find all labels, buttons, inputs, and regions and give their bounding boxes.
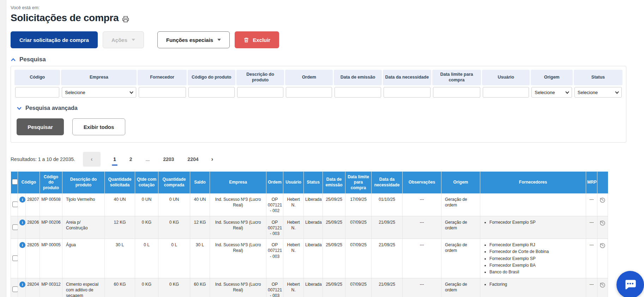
cell-codigo-produto: MP 00206	[40, 216, 62, 239]
column-header-data-limite-para-compra: Data limite para compra	[345, 172, 372, 193]
filter-input-data-limite-para-compra[interactable]	[433, 87, 480, 98]
special-functions-button[interactable]: Funções especiais	[157, 31, 230, 48]
pagination-page-2[interactable]: 2	[129, 153, 133, 166]
row-checkbox[interactable]	[12, 202, 18, 207]
advanced-search-label: Pesquisa avançada	[25, 105, 78, 111]
filter-select-origem[interactable]: Selecione	[531, 87, 572, 98]
supplier-item: Fornecedor de Corte de Bobina	[489, 249, 584, 254]
cell-descricao: Tijolo Vermelho	[62, 193, 105, 216]
filter-input-data-da-necessidade[interactable]	[384, 87, 431, 98]
search-panel: CódigoEmpresaFornecedorCódigo do produto…	[11, 66, 626, 143]
pagination-page-2203[interactable]: 2203	[162, 153, 175, 166]
filter-input-codigo[interactable]	[15, 87, 59, 98]
cell-fornecedores: Fornecedor Exemplo SP	[480, 216, 586, 239]
cell-mrp: ---	[586, 216, 597, 239]
column-header-ordem: Ordem	[266, 172, 283, 193]
history-icon[interactable]	[599, 281, 606, 288]
actions-button[interactable]: Ações	[103, 31, 144, 48]
search-button[interactable]: Pesquisar	[17, 118, 64, 135]
filter-input-fornecedor[interactable]	[139, 87, 186, 98]
show-all-button[interactable]: Exibir todos	[72, 118, 125, 135]
column-header-status: Status	[304, 172, 323, 193]
results-summary: Resultados: 1 a 10 de 22035.	[11, 156, 75, 162]
purchase-requests-table: CódigoCódigo do produtoDescrição do prod…	[11, 172, 608, 297]
filter-header-data-limite-para-compra: Data limite para compra	[432, 70, 481, 85]
history-icon[interactable]	[599, 219, 606, 226]
pagination-prev-button[interactable]: ‹	[83, 152, 101, 167]
cell-qtd-comprada: 0 KG	[158, 278, 190, 297]
cell-observacoes: ---	[403, 239, 441, 278]
row-checkbox[interactable]	[12, 286, 18, 292]
info-icon[interactable]: i	[19, 281, 25, 287]
filter-header-codigo: Código	[14, 70, 60, 85]
toolbar: Criar solicitação de compra Ações Funçõe…	[11, 31, 628, 48]
supplier-list: Fornecedor Exemplo RJFornecedor de Corte…	[484, 242, 584, 275]
cell-status: Liberada	[304, 216, 323, 239]
cell-saldo: 60 KG	[190, 278, 210, 297]
history-icon[interactable]	[599, 197, 606, 203]
cell-mrp: ---	[586, 278, 597, 297]
filter-header-descricao-do-produto: Descrição do produto	[236, 70, 284, 85]
column-header-data-da-necessidade: Data da necessidade	[372, 172, 403, 193]
column-header-usuario: Usuário	[283, 172, 304, 193]
table-row: i28204MP 00312Cimento especial com aditi…	[11, 278, 608, 297]
cell-usuario: Hebert N.	[283, 278, 304, 297]
cell-observacoes: ---	[403, 278, 441, 297]
cell-empresa: Ind. Sucesso Nº3 (Lucro Real)	[210, 278, 266, 297]
delete-button[interactable]: Excluir	[235, 31, 279, 48]
pagination-next-button[interactable]: ›	[211, 156, 213, 163]
filter-select-status[interactable]: Selecione	[574, 87, 622, 98]
table-header-row: CódigoCódigo do produtoDescrição do prod…	[11, 172, 608, 193]
cell-observacoes: ---	[403, 216, 441, 239]
cell-empresa: Ind. Sucesso Nº3 (Lucro Real)	[210, 193, 266, 216]
cell-status: Liberada	[304, 193, 323, 216]
select-all-checkbox[interactable]	[12, 179, 18, 185]
cell-qtd-comprada: 0 UN	[158, 193, 190, 216]
cell-qtd-solicitada: 40 UN	[105, 193, 135, 216]
filter-inputs: SelecioneSelecioneSelecione	[14, 87, 622, 98]
delete-button-label: Excluir	[253, 37, 270, 43]
filter-input-descricao-do-produto[interactable]	[237, 87, 283, 98]
cell-data-necessidade: 01/10/25	[372, 193, 403, 216]
info-icon[interactable]: i	[19, 242, 25, 248]
cell-empresa: Ind. Sucesso Nº3 (Lucro Real)	[210, 216, 266, 239]
cell-ordem: OP 007121 - 003	[266, 278, 283, 297]
print-icon[interactable]	[122, 16, 129, 23]
column-header-codigo-do-produto: Código do produto	[40, 172, 62, 193]
filter-header-data-de-emissao: Data de emissão	[334, 70, 381, 85]
filter-input-codigo-do-produto[interactable]	[188, 87, 235, 98]
cell-data-necessidade: 21/09/25	[372, 216, 403, 239]
column-header-mrp: MRP	[586, 172, 597, 193]
column-header-descricao-do-produto: Descrição do produto	[62, 172, 105, 193]
history-icon[interactable]	[599, 242, 606, 249]
supplier-item: Factoring	[489, 281, 584, 287]
filter-input-ordem[interactable]	[286, 87, 332, 98]
filter-input-usuario[interactable]	[483, 87, 529, 98]
supplier-item: Banco do Brasil	[489, 269, 584, 275]
breadcrumb: Você está em:	[11, 5, 628, 10]
cell-usuario: Hebert N.	[283, 216, 304, 239]
create-request-button[interactable]: Criar solicitação de compra	[11, 31, 98, 48]
filter-select-empresa[interactable]: Selecione	[62, 87, 136, 98]
cell-data-emissao: 25/09/25	[323, 239, 345, 278]
info-icon[interactable]: i	[19, 219, 25, 225]
supplier-list: Factoring	[484, 281, 584, 287]
advanced-search-toggle[interactable]: Pesquisa avançada	[17, 105, 622, 111]
row-checkbox[interactable]	[12, 224, 18, 230]
supplier-item: Fornecedor Exemplo BA	[489, 262, 584, 268]
cell-origem: Geração de ordem	[441, 216, 480, 239]
row-checkbox[interactable]	[12, 255, 18, 261]
filter-header-codigo-do-produto: Código do produto	[188, 70, 235, 85]
supplier-item: Fornecedor Exemplo RJ	[489, 242, 584, 248]
cell-descricao: Areia p/ Construção	[62, 216, 105, 239]
cell-fornecedores: Factoring	[480, 278, 586, 297]
cell-ordem: OP 007121 - 002	[266, 193, 283, 216]
chat-launcher-button[interactable]	[616, 271, 644, 297]
info-icon[interactable]: i	[19, 197, 25, 203]
filter-input-data-de-emissao[interactable]	[335, 87, 381, 98]
pagination-page-1[interactable]: 1	[113, 153, 117, 166]
cell-qtd-solicitada: 60 KG	[105, 278, 135, 297]
pagination-page-2204[interactable]: 2204	[187, 153, 199, 166]
search-section-toggle[interactable]: Pesquisa	[11, 56, 628, 63]
cell-codigo: 28205	[26, 239, 40, 278]
